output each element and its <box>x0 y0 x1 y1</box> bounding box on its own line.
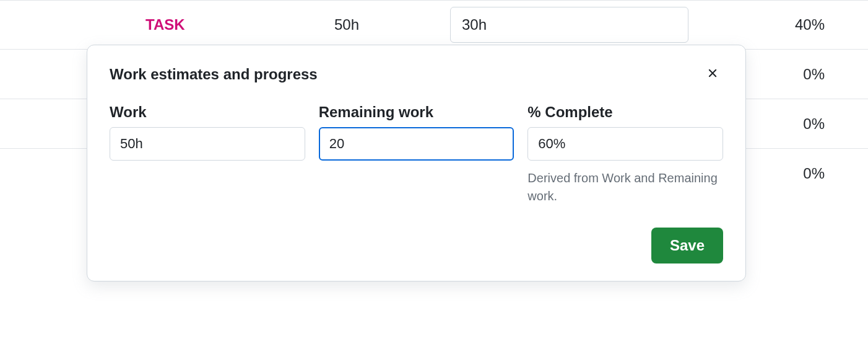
percent-cell: 0% <box>737 165 868 182</box>
percent-cell: 40% <box>737 16 868 33</box>
save-button[interactable]: Save <box>651 228 723 264</box>
close-button[interactable] <box>702 63 723 86</box>
percent-cell: 0% <box>737 115 868 133</box>
percent-complete-helper: Derived from Work and Remaining work. <box>527 169 723 205</box>
work-label: Work <box>110 104 305 121</box>
remaining-work-input[interactable] <box>319 127 514 161</box>
percent-complete-field-group: % Complete Derived from Work and Remaini… <box>527 104 723 205</box>
table-row[interactable]: TASK 50h 30h 40% <box>0 0 868 50</box>
percent-complete-input[interactable] <box>527 127 723 161</box>
close-icon <box>706 66 719 82</box>
work-estimates-popover: Work estimates and progress Work Remaini… <box>87 45 746 281</box>
popover-header: Work estimates and progress <box>110 63 723 86</box>
work-cell: 50h <box>266 16 446 33</box>
percent-cell: 0% <box>737 66 868 83</box>
popover-title: Work estimates and progress <box>110 66 318 83</box>
remaining-cell[interactable]: 30h <box>446 7 737 43</box>
work-input[interactable] <box>110 127 305 161</box>
remaining-cell-value: 30h <box>450 7 688 43</box>
work-field-group: Work <box>110 104 305 205</box>
popover-footer: Save <box>110 228 723 264</box>
remaining-work-field-group: Remaining work <box>319 104 514 205</box>
fields-row: Work Remaining work % Complete Derived f… <box>110 104 723 205</box>
task-name-cell: TASK <box>0 16 266 33</box>
percent-complete-label: % Complete <box>527 104 723 121</box>
remaining-work-label: Remaining work <box>319 104 514 121</box>
